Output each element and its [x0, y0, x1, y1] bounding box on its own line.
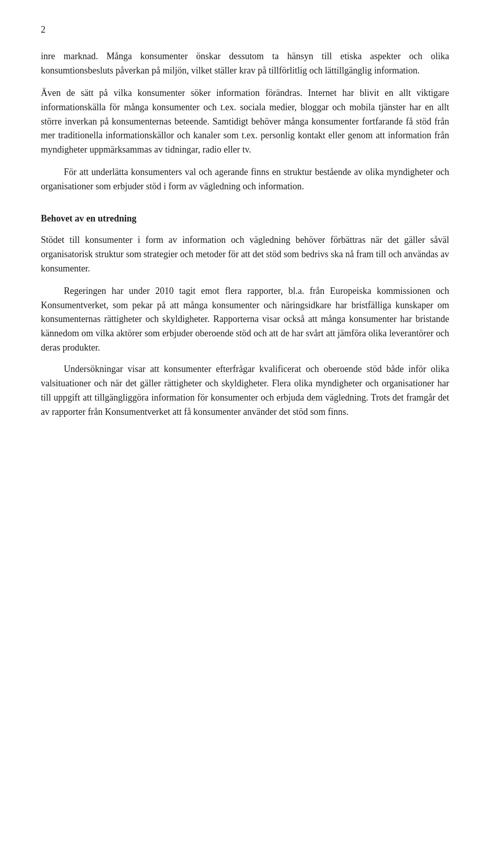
- paragraph-3-text: För att underlätta konsumenters val och …: [41, 165, 449, 194]
- paragraph-1-text: inre marknad. Många konsumenter önskar d…: [41, 49, 449, 78]
- section-paragraph-3: Undersökningar visar att konsumenter eft…: [41, 362, 449, 419]
- section-paragraph-1: Stödet till konsumenter i form av inform…: [41, 233, 449, 276]
- section-paragraph-2: Regeringen har under 2010 tagit emot fle…: [41, 284, 449, 355]
- paragraph-1: inre marknad. Många konsumenter önskar d…: [41, 49, 449, 78]
- paragraph-2: Även de sätt på vilka konsumenter söker …: [41, 86, 449, 157]
- paragraph-3: För att underlätta konsumenters val och …: [41, 165, 449, 194]
- section-paragraph-3-text: Undersökningar visar att konsumenter eft…: [41, 362, 449, 419]
- page-number: 2: [41, 24, 449, 35]
- section-behovet: Behovet av en utredning Stödet till kons…: [41, 213, 449, 419]
- paragraph-2-text: Även de sätt på vilka konsumenter söker …: [41, 86, 449, 157]
- section-heading: Behovet av en utredning: [41, 213, 449, 224]
- section-paragraph-2-text: Regeringen har under 2010 tagit emot fle…: [41, 284, 449, 355]
- page: 2 inre marknad. Många konsumenter önskar…: [0, 0, 490, 868]
- section-paragraph-1-text: Stödet till konsumenter i form av inform…: [41, 233, 449, 276]
